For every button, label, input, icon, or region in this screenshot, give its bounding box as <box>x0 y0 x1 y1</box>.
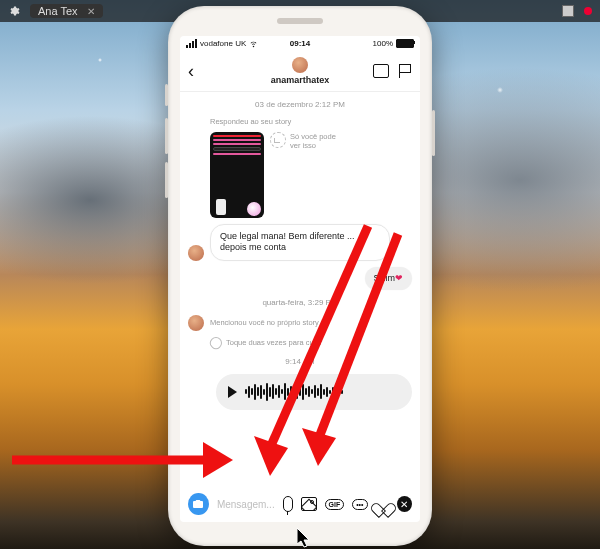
gallery-icon[interactable] <box>301 497 316 511</box>
timestamp: 03 de dezembro 2:12 PM <box>188 100 412 109</box>
heart-outline-icon[interactable] <box>208 334 225 351</box>
power-button <box>432 110 435 156</box>
record-indicator-icon <box>584 7 592 15</box>
tab-title: Ana Tex <box>38 5 78 17</box>
wifi-icon <box>249 39 258 48</box>
video-call-icon[interactable] <box>373 64 389 78</box>
visibility-text-2: ver isso <box>290 141 336 150</box>
phone-screen: vodafone UK 09:14 100% ‹ anamarthatex 03 <box>180 36 420 522</box>
audio-message[interactable] <box>216 374 412 410</box>
incoming-message[interactable]: Que legal mana! Bem diferente ... depois… <box>210 224 390 261</box>
screen-recorder-tab[interactable]: Ana Tex ✕ <box>30 4 103 18</box>
gear-icon <box>8 5 20 17</box>
like-button[interactable] <box>376 497 389 511</box>
audio-waveform[interactable] <box>245 382 343 402</box>
flag-icon[interactable] <box>399 64 412 78</box>
story-thumbnail[interactable] <box>210 132 264 218</box>
battery-icon <box>396 39 414 48</box>
sender-avatar[interactable] <box>188 245 204 261</box>
header-avatar[interactable] <box>292 57 308 73</box>
outgoing-message[interactable]: Siiiim❤ <box>365 267 413 290</box>
gif-button[interactable]: GIF <box>325 499 345 510</box>
signal-icon <box>186 39 197 48</box>
camera-button[interactable] <box>188 493 209 515</box>
stop-recording-icon[interactable] <box>562 5 574 17</box>
microphone-icon[interactable] <box>283 496 294 512</box>
double-tap-hint: Toque duas vezes para curtir <box>226 338 322 347</box>
sender-avatar[interactable] <box>188 315 204 331</box>
close-button[interactable]: ✕ <box>397 496 412 512</box>
camera-icon <box>192 498 204 510</box>
mention-label: Mencionou você no próprio story <box>210 318 319 327</box>
ephemeral-icon <box>270 132 286 148</box>
volume-down <box>165 162 168 198</box>
header-username[interactable]: anamarthatex <box>271 75 330 85</box>
iphone-frame: vodafone UK 09:14 100% ‹ anamarthatex 03 <box>168 6 432 546</box>
message-composer: Mensagem... GIF ••• ✕ <box>180 486 420 522</box>
timestamp: quarta-feira, 3:29 PM <box>188 298 412 307</box>
battery-percent: 100% <box>373 39 393 48</box>
close-icon[interactable]: ✕ <box>87 6 95 17</box>
message-list[interactable]: 03 de dezembro 2:12 PM Respondeu ao seu … <box>180 92 420 486</box>
dm-header: ‹ anamarthatex <box>180 51 420 92</box>
sticker-button[interactable]: ••• <box>352 499 367 510</box>
play-icon[interactable] <box>228 386 237 398</box>
mute-switch <box>165 84 168 106</box>
volume-up <box>165 118 168 154</box>
ios-status-bar: vodafone UK 09:14 100% <box>180 36 420 51</box>
timestamp: 9:14 AM <box>188 357 412 366</box>
carrier-label: vodafone UK <box>200 39 246 48</box>
message-input[interactable]: Mensagem... <box>217 499 275 510</box>
back-button[interactable]: ‹ <box>188 61 194 82</box>
heart-icon: ❤ <box>395 273 403 283</box>
story-reply-label: Respondeu ao seu story <box>210 117 412 126</box>
visibility-text-1: Só você pode <box>290 132 336 141</box>
